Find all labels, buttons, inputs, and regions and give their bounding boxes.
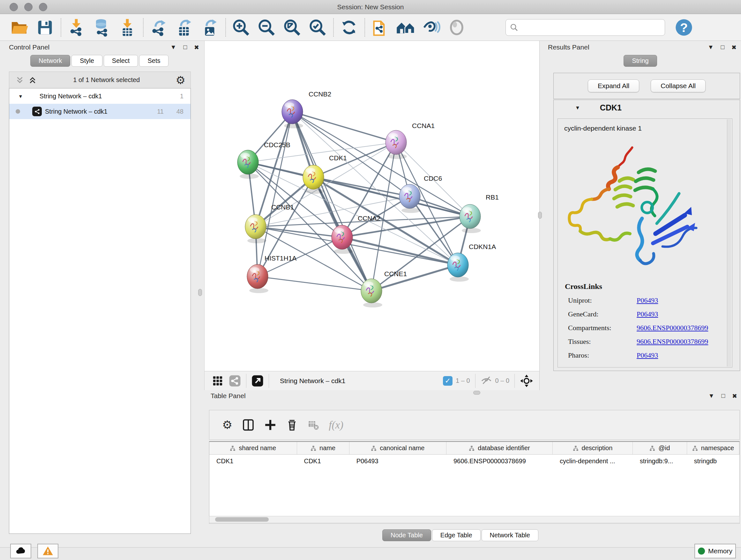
network-canvas[interactable]: CCNB2CCNA1CDC25BCDK1CDC6RB1CCNB1CCNA2CDK… bbox=[204, 41, 539, 390]
columns-icon[interactable] bbox=[242, 419, 255, 431]
panel-close-button[interactable]: ✖ bbox=[732, 392, 737, 400]
node-label-CDC25B: CDC25B bbox=[264, 141, 290, 148]
table-hscrollbar[interactable] bbox=[209, 516, 740, 523]
gear-icon[interactable]: ⚙ bbox=[176, 74, 185, 86]
tab-style[interactable]: Style bbox=[71, 55, 102, 67]
column-header-description[interactable]: description bbox=[553, 442, 633, 454]
column-header-id[interactable]: @id bbox=[633, 442, 687, 454]
import-network-database-button[interactable] bbox=[91, 17, 112, 38]
node-table[interactable]: shared namenamecanonical namedatabase id… bbox=[209, 441, 740, 523]
graph-node-RB1[interactable]: RB1 bbox=[460, 193, 499, 233]
import-network-file-button[interactable] bbox=[66, 17, 87, 38]
panel-float-button[interactable]: □ bbox=[721, 44, 724, 51]
column-header-databaseidentifier[interactable]: database identifier bbox=[447, 442, 553, 454]
crosslink-link[interactable]: 9606.ENSP00000378699 bbox=[636, 324, 708, 332]
zoom-selected-button[interactable] bbox=[307, 17, 328, 38]
help-button[interactable]: ? bbox=[673, 17, 694, 38]
zoom-fit-button[interactable] bbox=[281, 17, 302, 38]
panel-close-button[interactable]: ✖ bbox=[731, 44, 737, 51]
column-header-name[interactable]: name bbox=[297, 442, 349, 454]
panel-menu-caret[interactable]: ▼ bbox=[171, 44, 177, 51]
net-toolbar-separator bbox=[475, 374, 475, 388]
table-gear-icon[interactable]: ⚙ bbox=[222, 418, 232, 432]
refresh-button[interactable] bbox=[338, 17, 359, 38]
collapse-all-chevron-icon[interactable] bbox=[15, 75, 24, 85]
panel-close-button[interactable]: ✖ bbox=[194, 44, 199, 51]
zoom-in-button[interactable] bbox=[230, 17, 252, 38]
add-column-icon[interactable] bbox=[264, 419, 276, 431]
table-cell[interactable]: 9606.ENSP00000378699 bbox=[447, 457, 553, 465]
memory-button[interactable]: Memory bbox=[694, 544, 736, 558]
grid-mode-button[interactable] bbox=[212, 375, 223, 386]
delete-column-icon[interactable] bbox=[286, 419, 298, 431]
search-box[interactable] bbox=[506, 19, 665, 36]
tab-node-table[interactable]: Node Table bbox=[382, 530, 431, 541]
cloud-button[interactable] bbox=[10, 544, 31, 558]
network-graph[interactable]: CCNB2CCNA1CDC25BCDK1CDC6RB1CCNB1CCNA2CDK… bbox=[205, 41, 540, 371]
column-header-canonicalname[interactable]: canonical name bbox=[349, 442, 447, 454]
column-header-namespace[interactable]: namespace bbox=[687, 442, 739, 454]
network-row[interactable]: String Network – cdk1 11 48 bbox=[9, 104, 191, 119]
warning-icon bbox=[42, 545, 54, 557]
network-from-clipboard-button[interactable] bbox=[369, 17, 391, 38]
import-table-button[interactable] bbox=[117, 17, 138, 38]
bottom-splitter-handle[interactable] bbox=[473, 391, 480, 395]
tab-select[interactable]: Select bbox=[104, 55, 138, 67]
tab-network-table[interactable]: Network Table bbox=[482, 530, 538, 541]
table-cell[interactable]: cyclin-dependent ... bbox=[553, 457, 633, 465]
crosslink-link[interactable]: 9606.ENSP00000378699 bbox=[636, 337, 708, 346]
graph-node-CCNB2[interactable]: CCNB2 bbox=[282, 90, 331, 128]
graph-node-HIST1H1A[interactable]: HIST1H1A bbox=[247, 254, 296, 293]
crosslink-link[interactable]: P06493 bbox=[636, 296, 658, 305]
tree-expand-caret[interactable]: ▼ bbox=[18, 94, 23, 99]
tab-sets[interactable]: Sets bbox=[139, 55, 169, 67]
column-header-sharedname[interactable]: shared name bbox=[209, 442, 297, 454]
open-session-button[interactable] bbox=[9, 17, 30, 38]
graph-node-CDK1[interactable]: CDK1 bbox=[303, 154, 347, 194]
export-image-button[interactable] bbox=[199, 17, 220, 38]
table-cell[interactable]: CDK1 bbox=[209, 457, 297, 465]
panel-float-button[interactable]: □ bbox=[722, 392, 725, 399]
homes-button[interactable] bbox=[395, 17, 416, 38]
gene-panel-scrollbar[interactable] bbox=[727, 119, 731, 367]
hide-eye-button[interactable] bbox=[421, 17, 442, 38]
open-view-button[interactable] bbox=[252, 375, 264, 387]
graph-node-CCNA1[interactable]: CCNA1 bbox=[386, 122, 434, 159]
selected-checkbox[interactable]: ✓ bbox=[443, 376, 453, 386]
table-row[interactable]: CDK1CDK1P064939606.ENSP00000378699cyclin… bbox=[209, 455, 739, 468]
table-cell[interactable]: CDK1 bbox=[297, 457, 349, 465]
zoom-out-button[interactable] bbox=[256, 17, 277, 38]
tab-network[interactable]: Network bbox=[30, 55, 70, 67]
expand-all-chevron-icon[interactable] bbox=[28, 75, 37, 85]
tab-edge-table[interactable]: Edge Table bbox=[432, 530, 481, 541]
export-table-button[interactable] bbox=[174, 17, 195, 38]
right-splitter-handle[interactable] bbox=[538, 212, 542, 219]
panel-menu-caret[interactable]: ▼ bbox=[708, 44, 714, 51]
table-cell[interactable]: P06493 bbox=[349, 457, 447, 465]
graph-node-CDKN1A[interactable]: CDKN1A bbox=[448, 243, 496, 282]
crosslink-link[interactable]: P06493 bbox=[636, 310, 658, 318]
panel-menu-caret[interactable]: ▼ bbox=[709, 392, 715, 399]
string-view-button[interactable] bbox=[229, 375, 241, 387]
gene-expand-caret[interactable]: ▼ bbox=[575, 105, 580, 111]
collapse-all-button[interactable]: Collapse All bbox=[651, 79, 705, 92]
table-cell[interactable]: stringdb bbox=[687, 457, 739, 465]
graph-node-CCNB1[interactable]: CCNB1 bbox=[245, 203, 294, 243]
export-network-button[interactable] bbox=[148, 17, 169, 38]
left-splitter-handle[interactable] bbox=[198, 289, 202, 296]
crosslink-link[interactable]: P06493 bbox=[636, 351, 658, 360]
save-session-button[interactable] bbox=[35, 17, 56, 38]
panel-float-button[interactable]: □ bbox=[184, 44, 187, 51]
table-cell[interactable]: stringdb:9... bbox=[633, 457, 687, 465]
tab-string[interactable]: String bbox=[623, 55, 657, 67]
column-header-label: @id bbox=[658, 444, 670, 452]
warning-button[interactable] bbox=[37, 544, 58, 558]
graph-node-CCNE1[interactable]: CCNE1 bbox=[361, 270, 407, 307]
expand-all-button[interactable]: Expand All bbox=[588, 79, 639, 92]
show-eye-button[interactable] bbox=[446, 17, 467, 38]
birdseye-navigator-button[interactable] bbox=[520, 374, 533, 388]
hscroll-thumb[interactable] bbox=[215, 517, 269, 522]
search-input[interactable] bbox=[521, 23, 655, 31]
network-collection-row[interactable]: ▼ String Network – cdk1 1 bbox=[9, 88, 191, 104]
zoom-selected-icon bbox=[308, 18, 327, 37]
